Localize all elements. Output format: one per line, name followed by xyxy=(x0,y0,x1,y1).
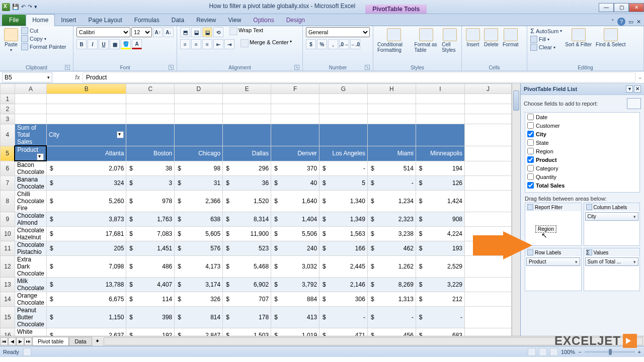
fill-button[interactable]: Fill▾ xyxy=(530,36,562,43)
zoom-out-icon[interactable]: − xyxy=(578,349,581,355)
empty-cell[interactable] xyxy=(175,94,223,104)
empty-cell[interactable] xyxy=(223,114,271,124)
field-checkbox[interactable] xyxy=(527,173,534,180)
view-normal-icon[interactable] xyxy=(528,348,536,356)
find-select-button[interactable]: Find & Select xyxy=(595,27,626,48)
sort-filter-button[interactable]: Sort & Filter xyxy=(564,27,593,48)
col-header-C[interactable]: C xyxy=(126,84,175,94)
font-name-select[interactable]: Calibri xyxy=(76,27,130,37)
border-button[interactable]: ▦ xyxy=(110,39,120,49)
chip-city[interactable]: City xyxy=(585,212,639,221)
format-painter-button[interactable]: Format Painter xyxy=(21,43,66,50)
paste-button[interactable]: Paste▾ xyxy=(3,27,19,53)
qat-undo-icon[interactable]: ↶ xyxy=(21,4,26,10)
name-box[interactable]: B5▾ xyxy=(2,72,52,82)
row-header-16[interactable]: 16 xyxy=(1,328,15,336)
tab-nav-last-icon[interactable]: ⏭ xyxy=(24,337,32,345)
align-top-icon[interactable]: ⬒ xyxy=(180,27,190,37)
number-format-select[interactable]: General xyxy=(306,27,370,37)
empty-cell[interactable] xyxy=(465,114,512,124)
row-header-12[interactable]: 12 xyxy=(1,256,15,278)
area-row-labels[interactable]: Row Labels Product xyxy=(525,248,582,291)
tab-review[interactable]: Review xyxy=(190,15,222,26)
minimize-ribbon-icon[interactable]: ˅ xyxy=(611,19,614,25)
delete-cells-button[interactable]: Delete xyxy=(483,27,500,48)
empty-cell[interactable] xyxy=(46,104,126,114)
conditional-formatting-button[interactable]: Conditional Formatting xyxy=(376,27,412,54)
area-report-filter[interactable]: Report Filter Region ↖ xyxy=(525,203,582,246)
tab-page-layout[interactable]: Page Layout xyxy=(82,15,128,26)
fieldlist-layout-button[interactable] xyxy=(627,98,641,109)
pivot-measure-cell[interactable]: Sum of Total Sales xyxy=(15,124,46,146)
tab-formulas[interactable]: Formulas xyxy=(128,15,166,26)
field-checkbox[interactable] xyxy=(527,148,534,154)
row-header-7[interactable]: 7 xyxy=(1,176,15,191)
align-middle-icon[interactable]: ⬓ xyxy=(191,27,201,37)
empty-cell[interactable] xyxy=(319,114,368,124)
row-header-11[interactable]: 11 xyxy=(1,241,15,256)
comma-icon[interactable]: , xyxy=(328,39,338,49)
tab-design[interactable]: Design xyxy=(280,15,311,26)
field-checkbox[interactable] xyxy=(527,131,534,137)
workbook-close-icon[interactable]: ✕ xyxy=(636,19,641,25)
sheet-tab-data[interactable]: Data xyxy=(69,337,92,346)
empty-cell[interactable] xyxy=(465,94,512,104)
fx-icon[interactable]: fx xyxy=(72,74,83,81)
area-column-labels[interactable]: Column Labels City xyxy=(584,203,640,246)
copy-button[interactable]: Copy▾ xyxy=(21,35,66,42)
empty-cell[interactable] xyxy=(271,94,319,104)
number-launcher[interactable]: ⤡ xyxy=(365,65,370,70)
empty-cell[interactable] xyxy=(15,104,46,114)
row-header-4[interactable]: 4 xyxy=(1,124,15,146)
increase-indent-icon[interactable]: ⇥ xyxy=(224,39,234,49)
merge-center-button[interactable]: Merge & Center xyxy=(250,39,289,49)
clipboard-launcher[interactable]: ⤡ xyxy=(65,65,70,70)
fieldlist-fields[interactable]: DateCustomerCityStateRegionProductCatego… xyxy=(525,112,640,193)
qat-redo-icon[interactable]: ↷ xyxy=(28,4,32,10)
field-checkbox[interactable] xyxy=(527,165,534,171)
zoom-in-icon[interactable]: + xyxy=(638,349,641,355)
row-header-13[interactable]: 13 xyxy=(1,278,15,292)
field-total-sales[interactable]: Total Sales xyxy=(525,181,639,190)
empty-cell[interactable] xyxy=(271,104,319,114)
col-header-D[interactable]: D xyxy=(175,84,223,94)
tab-nav-next-icon[interactable]: ▶ xyxy=(16,337,24,345)
product-filter-dropdown[interactable] xyxy=(37,153,44,160)
col-header-E[interactable]: E xyxy=(223,84,271,94)
pivot-colfield-cell[interactable]: City xyxy=(46,124,126,146)
empty-cell[interactable] xyxy=(126,104,175,114)
chip-product[interactable]: Product xyxy=(526,257,580,266)
tab-nav-prev-icon[interactable]: ◀ xyxy=(8,337,16,345)
field-date[interactable]: Date xyxy=(525,113,639,121)
view-layout-icon[interactable] xyxy=(539,348,547,356)
window-restore-icon[interactable]: ▭ xyxy=(628,19,633,25)
empty-cell[interactable] xyxy=(367,94,416,104)
col-header-A[interactable]: A xyxy=(15,84,46,94)
cut-button[interactable]: Cut xyxy=(21,27,66,34)
row-header-1[interactable]: 1 xyxy=(1,94,15,104)
cell-styles-button[interactable]: Cell Styles xyxy=(441,27,458,54)
area-values[interactable]: ΣValues Sum of Total ... xyxy=(584,248,640,291)
col-header-J[interactable]: J xyxy=(465,84,512,94)
expand-formula-bar-icon[interactable]: ⌄ xyxy=(635,74,644,80)
increase-font-icon[interactable]: A↑ xyxy=(153,27,163,37)
row-header-10[interactable]: 10 xyxy=(1,227,15,241)
macro-record-icon[interactable] xyxy=(23,348,31,356)
new-sheet-icon[interactable]: ✦ xyxy=(92,338,103,344)
insert-cells-button[interactable]: Insert xyxy=(465,27,481,48)
font-launcher[interactable]: ⤡ xyxy=(169,65,174,70)
bold-button[interactable]: B xyxy=(76,39,87,49)
file-tab[interactable]: File xyxy=(2,15,26,26)
font-color-button[interactable]: A xyxy=(132,39,142,49)
pivot-rowfield-cell[interactable]: Product xyxy=(15,146,46,161)
field-checkbox[interactable] xyxy=(527,156,534,163)
empty-cell[interactable] xyxy=(319,104,368,114)
zoom-slider[interactable] xyxy=(585,351,635,353)
underline-button[interactable]: U xyxy=(99,39,109,49)
row-header-14[interactable]: 14 xyxy=(1,292,15,307)
field-product[interactable]: Product xyxy=(525,155,639,164)
field-quantity[interactable]: Quantity xyxy=(525,172,639,181)
col-header-H[interactable]: H xyxy=(367,84,416,94)
empty-cell[interactable] xyxy=(46,114,126,124)
formula-bar[interactable]: Product xyxy=(83,72,635,82)
